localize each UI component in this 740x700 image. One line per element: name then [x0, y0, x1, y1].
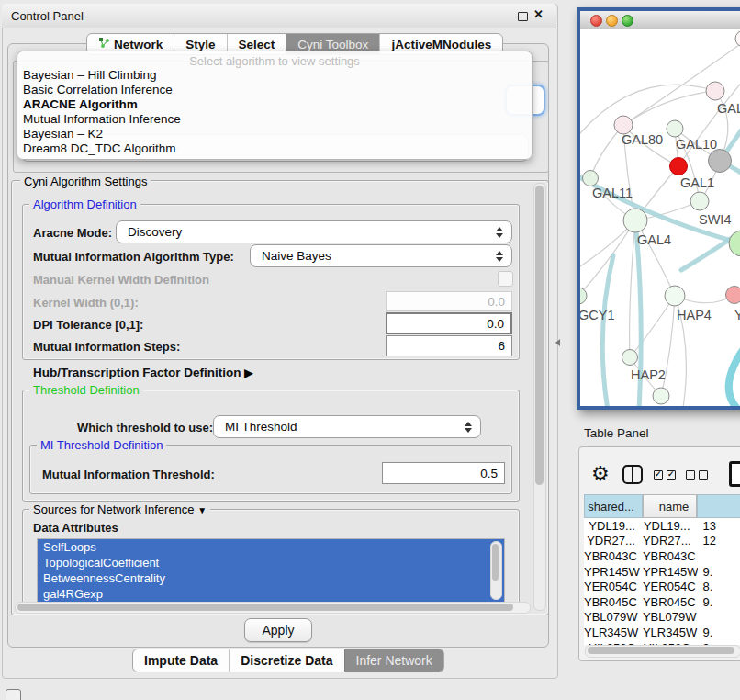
tab-infer-network[interactable]: Infer Network — [344, 649, 443, 672]
unchecked-pair-icon[interactable] — [686, 470, 708, 480]
tab-impute-data[interactable]: Impute Data — [133, 649, 229, 672]
which-threshold-label: Which threshold to use: — [77, 421, 213, 435]
table-row[interactable]: YLR345WYLR345W9. — [584, 625, 740, 640]
table-row[interactable]: YDL19...YDL19...13 — [584, 518, 740, 534]
network-node-label: Y — [734, 308, 740, 322]
aracne-mode-label: Aracne Mode: — [33, 226, 112, 240]
mi-threshold-field[interactable]: 0.5 — [382, 462, 505, 484]
network-node[interactable] — [709, 150, 732, 173]
dropdown-item-bayesian-hill-climbing[interactable]: Bayesian – Hill Climbing — [17, 68, 532, 83]
network-node-gal4[interactable] — [623, 209, 647, 232]
table-row[interactable]: YPR145WYPR145W9. — [584, 564, 740, 580]
checked-pair-icon[interactable] — [654, 470, 676, 480]
stepper-icon — [496, 227, 503, 238]
table-cell: YDL19... — [643, 519, 698, 533]
network-node-label: HAP2 — [631, 367, 666, 382]
table-row[interactable]: YDR27...YDR27...12 — [584, 534, 740, 549]
data-attributes-list[interactable]: SelfLoopsTopologicalCoefficientBetweenne… — [37, 538, 505, 604]
network-node-gal11[interactable] — [583, 171, 599, 186]
column-header-shared-[interactable]: shared... — [584, 494, 643, 518]
table-hscrollbar-thumb[interactable] — [588, 647, 734, 654]
mi-threshold-label: Mutual Information Threshold: — [42, 468, 215, 481]
table-cell: YBR045C — [643, 595, 698, 609]
table-cell: 9. — [698, 626, 740, 639]
table-cell: YBR045C — [584, 595, 643, 609]
which-threshold-value: MI Threshold — [225, 420, 297, 434]
mi-steps-field[interactable]: 6 — [386, 335, 512, 356]
dpi-tolerance-field[interactable]: 0.0 — [386, 312, 512, 334]
network-window-titlebar[interactable] — [580, 11, 740, 30]
mi-type-combobox[interactable]: Naive Bayes — [250, 244, 512, 267]
network-node-hap2[interactable] — [622, 350, 638, 366]
table-cell: 12 — [698, 534, 740, 548]
network-node[interactable] — [735, 30, 740, 47]
table-cell: YDR27... — [584, 534, 643, 548]
dropdown-item-dream8-dc-tdc-algorithm[interactable]: Dream8 DC_TDC Algorithm — [17, 141, 532, 156]
network-node-gal[interactable] — [706, 82, 724, 100]
kernel-width-field[interactable]: 0.0 — [386, 291, 512, 311]
attribute-item-topologicalcoefficient[interactable]: TopologicalCoefficient — [38, 555, 504, 570]
dropdown-item-aracne-algorithm[interactable]: ARACNE Algorithm — [17, 97, 532, 112]
network-node-label: GAL — [717, 101, 740, 116]
table-row[interactable]: YER054CYER054C8. — [584, 579, 740, 594]
network-canvas[interactable]: GALGAL80GAL10GAL1GAL11GAL4SWI4GCY1HAP4YH… — [580, 29, 740, 406]
close-icon[interactable]: ✕ — [533, 7, 544, 21]
node-table[interactable]: shared...nameYDL19...YDL19...13YDR27...Y… — [584, 494, 740, 645]
network-node-hap4[interactable] — [665, 286, 685, 306]
chevron-right-icon: ▶ — [244, 367, 252, 379]
dropdown-item-bayesian-k2[interactable]: Bayesian – K2 — [17, 127, 532, 141]
which-threshold-combobox[interactable]: MI Threshold — [213, 415, 481, 438]
collapsed-panel-icon[interactable] — [6, 689, 21, 700]
algorithm-dropdown-popup: Select algorithm to view settings Bayesi… — [17, 51, 533, 160]
network-node-gal80[interactable] — [614, 116, 633, 134]
table-cell: 8. — [698, 580, 740, 593]
gear-icon[interactable]: ⚙ — [591, 464, 610, 484]
network-icon — [98, 37, 114, 51]
table-row[interactable]: YBR045CYBR045C9. — [584, 594, 740, 610]
close-traffic-light-icon[interactable] — [590, 15, 602, 27]
tab-discretize-data[interactable]: Discretize Data — [229, 649, 343, 672]
columns-view-icon[interactable] — [622, 465, 643, 484]
network-view-window[interactable]: GALGAL80GAL10GAL1GAL11GAL4SWI4GCY1HAP4YH… — [577, 7, 740, 410]
table-header-row: shared...name — [584, 494, 740, 518]
attributes-vscrollbar-thumb[interactable] — [492, 544, 499, 581]
table-row[interactable]: YBL079WYBL079W — [584, 610, 740, 626]
control-panel-titlebar — [2, 4, 556, 28]
network-node[interactable] — [653, 388, 669, 404]
network-node-swi4[interactable] — [729, 231, 740, 256]
network-node[interactable] — [670, 158, 688, 175]
apply-button[interactable]: Apply — [244, 618, 312, 642]
network-node-y[interactable] — [726, 287, 740, 304]
mi-type-label: Mutual Information Algorithm Type: — [33, 250, 234, 264]
column-header-col2[interactable] — [697, 494, 740, 518]
algorithm-definition-title: Algorithm Definition — [29, 198, 140, 211]
page-icon[interactable] — [729, 461, 740, 487]
float-window-icon[interactable] — [518, 12, 528, 21]
zoom-traffic-light-icon[interactable] — [622, 15, 633, 27]
tab-label: Network — [114, 38, 163, 51]
stepper-icon — [465, 422, 472, 433]
dropdown-item-basic-correlation-inference[interactable]: Basic Correlation Inference — [17, 83, 532, 97]
network-node-gal10[interactable] — [667, 120, 683, 137]
network-graph: GALGAL80GAL10GAL1GAL11GAL4SWI4GCY1HAP4YH… — [580, 29, 740, 406]
manual-kernel-checkbox[interactable] — [498, 271, 513, 287]
column-header-name[interactable]: name — [643, 494, 698, 518]
table-cell: YLR345W — [584, 626, 643, 639]
splitter-collapse-icon[interactable] — [555, 339, 560, 346]
attribute-item-betweennesscentrality[interactable]: BetweennessCentrality — [38, 570, 504, 586]
aracne-mode-value: Discovery — [128, 225, 182, 239]
table-row[interactable]: YBR043CYBR043C — [584, 548, 740, 564]
sources-group-title[interactable]: Sources for Network Inference ▼ — [29, 502, 210, 516]
table-cell: 9. — [698, 565, 740, 579]
table-cell: YDL19... — [584, 519, 643, 533]
network-node-gal1[interactable] — [690, 192, 709, 210]
network-node-gcy1[interactable] — [580, 288, 587, 304]
attribute-item-gal4rgexp[interactable]: gal4RGexp — [38, 586, 504, 602]
settings-vscrollbar-thumb[interactable] — [535, 186, 544, 485]
aracne-mode-combobox[interactable]: Discovery — [116, 220, 512, 243]
dropdown-item-mutual-information-inference[interactable]: Mutual Information Inference — [17, 112, 532, 127]
minimize-traffic-light-icon[interactable] — [606, 15, 618, 27]
attribute-item-selfloops[interactable]: SelfLoops — [38, 539, 504, 555]
settings-hscrollbar-thumb[interactable] — [17, 604, 513, 611]
hub-definition-toggle[interactable]: Hub/Transcription Factor Definition ▶ — [33, 366, 253, 379]
